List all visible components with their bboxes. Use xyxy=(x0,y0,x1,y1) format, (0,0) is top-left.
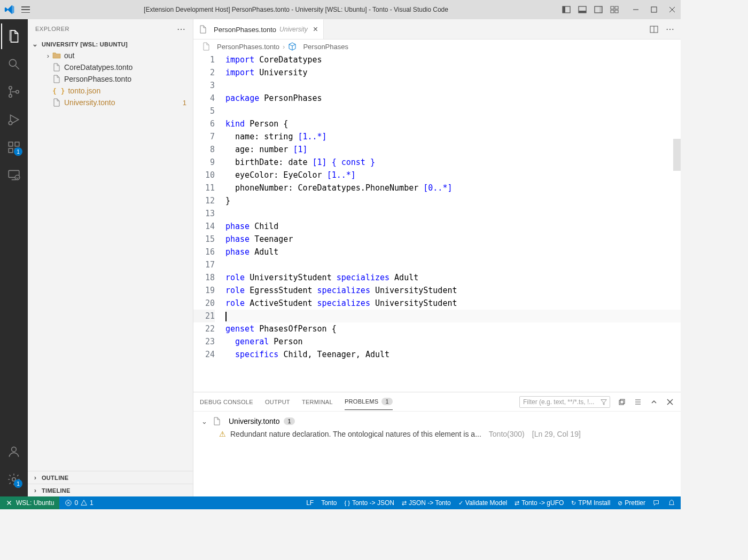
problem-file-count: 1 xyxy=(284,417,294,425)
file-icon xyxy=(52,63,61,72)
json-icon: { } xyxy=(52,87,65,95)
extensions-tab[interactable]: 1 xyxy=(1,135,27,160)
chevron-up-icon[interactable] xyxy=(650,398,658,406)
collapse-all-icon[interactable] xyxy=(618,398,626,406)
remote-icon xyxy=(5,499,13,507)
file-row[interactable]: University.tonto1 xyxy=(28,97,193,108)
sidebar-title: EXPLORER xyxy=(35,26,69,32)
tab-close-icon[interactable]: × xyxy=(313,25,318,34)
filter-input[interactable]: Filter (e.g. text, **/*.ts, !... xyxy=(519,396,610,408)
customize-layout-icon[interactable] xyxy=(610,5,619,14)
file-icon xyxy=(213,417,221,425)
bell-icon[interactable] xyxy=(668,499,675,507)
sidebar: EXPLORER ⋯ ⌄ UNIVERSITY [WSL: UBUNTU] ›o… xyxy=(28,19,193,496)
folder-icon xyxy=(52,51,61,60)
svg-rect-6 xyxy=(611,6,614,9)
minimap-slider[interactable] xyxy=(673,139,681,171)
tab-desc: University xyxy=(279,26,308,33)
outline-section[interactable]: › OUTLINE xyxy=(28,471,193,484)
tab-debug-console[interactable]: DEBUG CONSOLE xyxy=(200,395,253,409)
problem-message: Redundant nature declaration. The ontolo… xyxy=(230,430,481,438)
more-actions-icon[interactable]: ⋯ xyxy=(177,24,186,34)
svg-rect-3 xyxy=(579,11,586,13)
debug-tab[interactable] xyxy=(1,107,27,132)
split-editor-icon[interactable] xyxy=(650,25,658,34)
code-editor[interactable]: 123456789101112131415161718192021222324 … xyxy=(193,53,681,392)
settings-icon[interactable]: 1 xyxy=(1,467,27,492)
statusbar-action[interactable]: ⇄JSON -> Tonto xyxy=(402,499,451,507)
svg-rect-9 xyxy=(615,10,618,13)
timeline-section[interactable]: › TIMELINE xyxy=(28,484,193,496)
search-tab[interactable] xyxy=(1,51,27,77)
errors-warnings[interactable]: 0 1 xyxy=(65,499,93,507)
svg-rect-7 xyxy=(615,6,618,9)
file-row[interactable]: PersonPhases.tonto xyxy=(28,73,193,85)
statusbar-action[interactable]: ⇄Tonto -> gUFO xyxy=(515,499,564,507)
problem-file-row[interactable]: ⌄ University.tonto 1 xyxy=(200,415,674,428)
close-panel-icon[interactable] xyxy=(666,398,674,406)
minimize-icon[interactable] xyxy=(632,5,640,14)
tab-problems[interactable]: PROBLEMS 1 xyxy=(345,393,393,410)
layout-secondary-icon[interactable] xyxy=(594,5,603,14)
tree-item-label: tonto.json xyxy=(68,86,100,95)
warning-icon xyxy=(80,499,88,507)
view-as-list-icon[interactable] xyxy=(634,398,642,406)
folder-header[interactable]: ⌄ UNIVERSITY [WSL: UBUNTU] xyxy=(28,38,193,50)
tree-item-label: out xyxy=(64,51,74,60)
menu-icon[interactable] xyxy=(21,6,30,13)
language-mode[interactable]: Tonto xyxy=(321,499,337,507)
statusbar-action[interactable]: ↻TPM Install xyxy=(571,499,610,507)
problem-location: [Ln 29, Col 19] xyxy=(532,430,581,438)
file-icon xyxy=(52,75,61,83)
layout-primary-icon[interactable] xyxy=(562,5,571,14)
problem-file-name: University.tonto xyxy=(229,417,279,425)
breadcrumb-symbol: PersonPhases xyxy=(303,43,348,51)
statusbar-action[interactable]: ⊘Prettier xyxy=(618,499,645,507)
maximize-icon[interactable] xyxy=(650,5,658,14)
warning-icon: ⚠ xyxy=(219,430,226,438)
file-icon xyxy=(199,25,207,34)
svg-point-19 xyxy=(9,121,12,125)
remote-indicator[interactable]: WSL: Ubuntu xyxy=(0,496,59,509)
panel: DEBUG CONSOLE OUTPUT TERMINAL PROBLEMS 1… xyxy=(193,392,681,496)
breadcrumb[interactable]: PersonPhases.tonto › PersonPhases xyxy=(193,40,681,53)
statusbar-action[interactable]: ✓Validate Model xyxy=(458,499,508,507)
tree-item-label: CoreDatatypes.tonto xyxy=(64,63,133,72)
statusbar-action[interactable]: { }Tonto -> JSON xyxy=(345,499,394,507)
svg-point-16 xyxy=(9,86,12,89)
tab-output[interactable]: OUTPUT xyxy=(265,395,290,409)
file-icon xyxy=(202,42,211,51)
file-row[interactable]: { }tonto.json xyxy=(28,85,193,97)
file-tree: ›outCoreDatatypes.tontoPersonPhases.tont… xyxy=(28,50,193,471)
editor-area: PersonPhases.tonto University × ⋯ Person… xyxy=(193,19,681,496)
folder-name: UNIVERSITY [WSL: UBUNTU] xyxy=(42,41,128,48)
more-actions-icon[interactable]: ⋯ xyxy=(666,24,674,34)
svg-point-18 xyxy=(16,90,19,93)
file-row[interactable]: CoreDatatypes.tonto xyxy=(28,61,193,73)
account-icon[interactable] xyxy=(1,439,27,464)
svg-point-26 xyxy=(15,175,20,180)
explorer-tab[interactable] xyxy=(1,23,27,49)
breadcrumb-file: PersonPhases.tonto xyxy=(217,43,279,51)
svg-rect-20 xyxy=(9,142,13,146)
package-icon xyxy=(288,42,297,51)
tab-terminal[interactable]: TERMINAL xyxy=(302,395,333,409)
activitybar: 1 1 xyxy=(0,19,28,496)
remote-explorer-tab[interactable] xyxy=(1,162,27,188)
file-icon xyxy=(52,98,61,107)
scm-tab[interactable] xyxy=(1,79,27,105)
editor-tab[interactable]: PersonPhases.tonto University × xyxy=(193,19,324,39)
close-icon[interactable] xyxy=(668,5,676,14)
chevron-right-icon: › xyxy=(283,43,285,51)
layout-panel-icon[interactable] xyxy=(578,5,587,14)
folder-row[interactable]: ›out xyxy=(28,50,193,61)
eol-indicator[interactable]: LF xyxy=(306,499,314,507)
feedback-icon[interactable] xyxy=(653,499,660,507)
chevron-right-icon: › xyxy=(31,486,40,494)
error-icon xyxy=(65,499,72,507)
problem-source: Tonto(300) xyxy=(489,430,525,438)
problem-row[interactable]: ⚠ Redundant nature declaration. The onto… xyxy=(200,428,674,440)
minimap[interactable] xyxy=(673,53,681,392)
chevron-down-icon: ⌄ xyxy=(200,417,208,425)
svg-rect-1 xyxy=(563,6,565,13)
